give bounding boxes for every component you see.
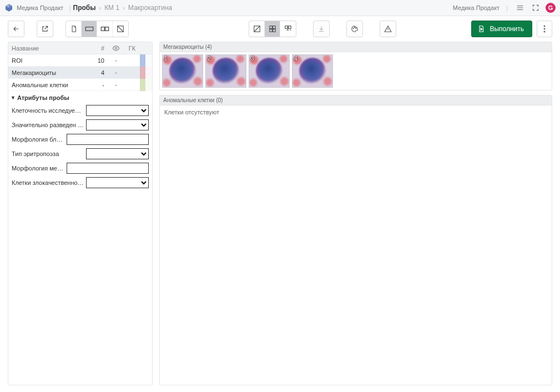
row-color-bar xyxy=(140,79,145,91)
attribute-row: Тип эритропоэза xyxy=(12,148,149,160)
menu-icon[interactable] xyxy=(514,2,526,13)
attribute-label: Значительно разведен пери... xyxy=(12,122,84,128)
table-row[interactable]: Мегакариоциты4- xyxy=(8,67,152,79)
palette-button[interactable] xyxy=(346,21,363,37)
breadcrumb: Пробы › КМ 1 › Макрокартина xyxy=(73,4,173,12)
header: Медика Продакт | Пробы › КМ 1 › Макрокар… xyxy=(0,0,560,16)
row-swatch xyxy=(145,67,152,79)
attributes-list: Клеточность исследуемого ...Значительно … xyxy=(8,104,152,193)
table-row[interactable]: Аномальные клетки-- xyxy=(8,79,152,91)
col-count[interactable]: # xyxy=(90,45,108,52)
collapse-left-icon[interactable]: ‹ xyxy=(0,214,1,220)
row-count: - xyxy=(90,82,108,88)
grid-alt-button[interactable] xyxy=(280,21,296,37)
download-button[interactable] xyxy=(313,21,330,37)
svg-point-12 xyxy=(354,27,355,28)
run-button-label: Выполнить xyxy=(490,25,524,33)
panel-title: Мегакариоциты (4) xyxy=(160,42,552,52)
warning-button[interactable] xyxy=(380,21,396,37)
cell-thumbnail[interactable]: 3 xyxy=(249,54,290,88)
cell-thumbnail[interactable]: 4 xyxy=(292,54,333,88)
class-table: ROI10-Мегакариоциты4-Аномальные клетки-- xyxy=(8,54,152,91)
col-visibility-icon[interactable] xyxy=(108,44,124,52)
fullscreen-icon[interactable] xyxy=(530,2,541,13)
grid-mode-group xyxy=(249,21,296,37)
app-logo-icon xyxy=(4,3,13,12)
chevron-right-icon: › xyxy=(99,4,101,11)
view-doc-button[interactable] xyxy=(66,21,82,37)
svg-rect-0 xyxy=(85,27,93,31)
app-name: Медика Продакт xyxy=(17,4,63,11)
user-badge[interactable]: G xyxy=(546,3,556,13)
attribute-row: Значительно разведен пери... xyxy=(12,119,149,131)
external-button[interactable] xyxy=(37,21,53,37)
svg-point-13 xyxy=(356,28,356,28)
svg-rect-7 xyxy=(269,29,272,32)
toolbar: Выполнить xyxy=(0,16,560,42)
view-split-button[interactable] xyxy=(97,21,113,37)
row-swatch xyxy=(145,54,152,67)
attribute-select[interactable] xyxy=(86,177,149,188)
svg-rect-5 xyxy=(269,26,272,29)
col-gk[interactable]: ГК xyxy=(124,45,140,52)
row-color-bar xyxy=(140,54,145,67)
svg-point-16 xyxy=(544,31,546,33)
attribute-select[interactable] xyxy=(86,148,149,159)
row-vis[interactable]: - xyxy=(108,68,124,77)
svg-point-15 xyxy=(544,28,546,30)
row-vis[interactable]: - xyxy=(108,81,124,89)
thumb-index: 4 xyxy=(294,56,297,62)
svg-point-11 xyxy=(353,28,354,28)
attribute-select[interactable] xyxy=(86,119,149,130)
crumb-mid[interactable]: КМ 1 xyxy=(104,4,119,12)
attribute-row: Морфология бластов xyxy=(12,133,149,145)
svg-point-14 xyxy=(544,26,546,27)
main-content: Мегакариоциты (4)1234Аномальные клетки (… xyxy=(159,42,552,385)
body: ‹ Название # ГК ROI10-Мегакариоциты4-Ано… xyxy=(0,42,560,392)
table-header: Название # ГК xyxy=(8,42,152,54)
row-name: Аномальные клетки xyxy=(8,82,90,88)
attribute-select[interactable] xyxy=(86,105,149,116)
attribute-label: Клетки злокачественного но... xyxy=(12,179,84,186)
single-image-button[interactable] xyxy=(249,21,265,37)
row-count: 4 xyxy=(90,69,108,76)
attribute-input[interactable] xyxy=(67,163,149,174)
play-doc-icon xyxy=(477,25,485,33)
panel-body: 1234 xyxy=(160,52,552,90)
row-name: Мегакариоциты xyxy=(8,69,90,76)
thumb-index: 2 xyxy=(208,56,211,62)
panel-title: Аномальные клетки (0) xyxy=(160,96,552,105)
run-button[interactable]: Выполнить xyxy=(471,21,532,37)
attribute-label: Морфология мегакариоцитов xyxy=(12,165,64,172)
attribute-input[interactable] xyxy=(67,134,149,145)
panel-body: Клетки отсутствуют xyxy=(160,105,552,119)
svg-rect-9 xyxy=(285,26,288,29)
attribute-label: Тип эритропоэза xyxy=(12,150,84,157)
image-panel: Аномальные клетки (0)Клетки отсутствуют xyxy=(159,95,552,385)
crumb-root[interactable]: Пробы xyxy=(73,4,96,12)
grid-button[interactable] xyxy=(265,21,280,37)
cell-thumbnail[interactable]: 1 xyxy=(162,54,203,88)
view-wide-button[interactable] xyxy=(82,21,97,37)
row-count: 10 xyxy=(90,57,108,64)
table-row[interactable]: ROI10- xyxy=(8,54,152,67)
back-button[interactable] xyxy=(8,21,24,37)
more-button[interactable] xyxy=(537,21,552,37)
image-panel: Мегакариоциты (4)1234 xyxy=(159,42,552,91)
row-color-bar xyxy=(140,67,145,79)
view-contrast-button[interactable] xyxy=(113,21,128,37)
thumb-index: 1 xyxy=(164,56,168,62)
separator: | xyxy=(506,4,508,11)
thumb-index: 3 xyxy=(251,56,254,62)
crumb-leaf: Макрокартина xyxy=(128,4,173,12)
empty-message: Клетки отсутствуют xyxy=(164,109,547,115)
separator: | xyxy=(69,4,70,12)
cell-thumbnail[interactable]: 2 xyxy=(205,54,246,88)
row-vis[interactable]: - xyxy=(108,56,124,64)
attributes-heading[interactable]: ▼ Атрибуты пробы xyxy=(8,91,152,104)
view-mode-group xyxy=(65,21,129,37)
attribute-label: Морфология бластов xyxy=(12,136,64,143)
svg-rect-1 xyxy=(101,27,104,31)
col-name[interactable]: Название xyxy=(8,45,90,52)
row-swatch xyxy=(145,79,152,91)
